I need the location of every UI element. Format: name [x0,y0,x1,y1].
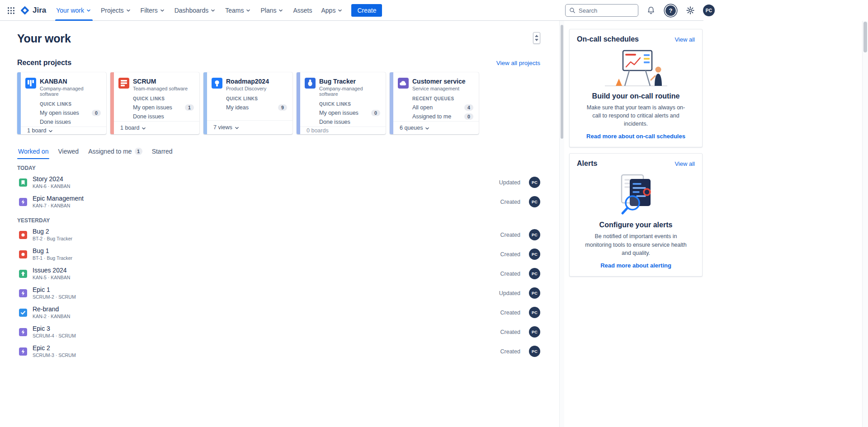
tab-starred[interactable]: Starred [151,148,174,159]
quick-link-done-issues[interactable]: Done issues [133,112,194,121]
recent-projects-header: Recent projects View all projects [17,59,540,67]
project-footer-button[interactable]: 1 board [21,127,106,134]
project-name-link[interactable]: Roadmap2024 [226,78,269,85]
work-item-title-link[interactable]: Story 2024 [33,176,499,183]
work-item-title-link[interactable]: Bug 2 [33,228,500,235]
quick-link-assigned-to-me[interactable]: Assigned to me0 [412,112,473,121]
nav-item-plans[interactable]: Plans [256,0,288,21]
profile-avatar[interactable]: PC [703,5,715,16]
nav-item-your-work[interactable]: Your work [52,0,96,21]
work-item-avatar[interactable]: PC [529,307,540,318]
alerts-view-all-link[interactable]: View all [675,160,695,167]
help-button[interactable]: ? [665,5,676,16]
alerts-read-more-link[interactable]: Read more about alerting [570,261,702,276]
project-footer-label: 1 board [27,127,46,134]
quick-link-my-open-issues[interactable]: My open issues0 [319,108,380,117]
create-button[interactable]: Create [351,4,382,17]
work-item-avatar[interactable]: PC [529,249,540,260]
bell-icon [646,6,656,15]
project-name-link[interactable]: SCRUM [133,78,188,85]
work-item-epic-1[interactable]: Epic 1 SCRUM-2 · SCRUM Updated PC [17,283,540,303]
page-scrollbar-thumb[interactable] [863,22,867,52]
main-scrollbar-thumb[interactable] [561,25,563,139]
work-item-title-link[interactable]: Epic 2 [33,345,500,352]
nav-item-dashboards[interactable]: Dashboards [170,0,221,21]
notifications-button[interactable] [645,5,657,16]
project-card-scrum[interactable]: SCRUM Team-managed software QUICK LINKS … [110,72,199,134]
work-item-title-link[interactable]: Epic 1 [33,286,499,293]
view-all-projects-link[interactable]: View all projects [496,60,540,66]
work-item-issues-2024[interactable]: Issues 2024 KAN-5 · KANBAN Created PC [17,264,540,283]
quick-link-my-open-issues[interactable]: My open issues0 [40,108,101,117]
work-item-re-brand[interactable]: Re-brand KAN-2 · KANBAN Created PC [17,303,540,322]
app-switcher-button[interactable] [4,3,18,18]
quick-link-label: All open [412,104,433,111]
scroll-spinner[interactable] [533,32,540,44]
settings-button[interactable] [684,5,696,16]
nav-utilities: ? PC [565,0,715,21]
tab-worked-on[interactable]: Worked on [17,148,49,159]
main-scrollbar[interactable] [559,21,564,427]
spinner-up-icon [535,35,538,37]
work-item-title-link[interactable]: Epic 3 [33,325,500,332]
oncall-read-more-link[interactable]: Read more about on-call schedules [570,132,702,147]
project-card-kanban[interactable]: KANBAN Company-managed software QUICK LI… [17,72,106,134]
work-item-avatar[interactable]: PC [529,326,540,338]
work-item-avatar[interactable]: PC [529,268,540,279]
spinner-down-icon [535,39,538,41]
search-box[interactable] [565,4,638,17]
project-name-link[interactable]: Customer service [412,78,466,85]
quick-link-all-open[interactable]: All open4 [412,103,473,112]
nav-item-projects[interactable]: Projects [96,0,136,21]
chevron-down-icon [85,7,92,14]
quick-link-done-issues[interactable]: Done issues [319,117,380,127]
project-card-customer-service[interactable]: Customer service Service management RECE… [390,72,479,134]
project-footer-button[interactable]: 0 boards [300,127,386,134]
quick-link-done-issues[interactable]: Done issues [40,117,101,127]
project-footer-label: 1 board [120,125,139,131]
quick-link-label: My open issues [40,110,79,116]
work-item-story-2024[interactable]: Story 2024 KAN-6 · KANBAN Updated PC [17,173,540,192]
nav-item-filters[interactable]: Filters [136,0,170,21]
project-footer-button[interactable]: 6 queues [393,121,479,134]
project-footer-button[interactable]: 7 views [207,120,292,134]
work-item-title-link[interactable]: Epic Management [33,195,500,202]
work-item-avatar[interactable]: PC [529,229,540,240]
work-item-title-link[interactable]: Re-brand [33,306,500,313]
quick-links-heading: QUICK LINKS [300,97,386,108]
project-card-roadmap2024[interactable]: Roadmap2024 Product Discovery QUICK LINK… [203,72,292,134]
work-item-avatar[interactable]: PC [529,177,540,188]
work-section-heading: YESTERDAY [17,217,540,224]
project-footer-button[interactable]: 1 board [114,121,199,134]
work-item-avatar[interactable]: PC [529,287,540,299]
browser-viewport: Jira Your work Projects Filters Dashboar… [0,0,703,427]
oncall-view-all-link[interactable]: View all [675,36,695,43]
project-name-link[interactable]: Bug Tracker [319,78,381,85]
work-item-epic-3[interactable]: Epic 3 SCRUM-4 · SCRUM Created PC [17,322,540,342]
tab-assigned-to-me[interactable]: Assigned to me 1 [87,148,143,159]
work-item-title-link[interactable]: Bug 1 [33,248,500,254]
jira-logo[interactable]: Jira [18,5,52,15]
tab-count-badge: 1 [135,148,142,155]
nav-item-apps[interactable]: Apps [316,0,348,21]
search-input[interactable] [579,7,634,14]
project-name-link[interactable]: KANBAN [40,78,102,85]
work-item-avatar[interactable]: PC [529,196,540,207]
work-item-epic-2[interactable]: Epic 2 SCRUM-3 · SCRUM Created PC [17,342,540,361]
page-scrollbar[interactable] [862,21,868,427]
tab-viewed[interactable]: Viewed [57,148,80,159]
story-icon [19,178,27,187]
work-item-epic-management[interactable]: Epic Management KAN-7 · KANBAN Created P… [17,192,540,211]
quick-link-my-open-issues[interactable]: My open issues1 [133,103,194,112]
nav-item-label: Apps [321,7,335,14]
nav-item-teams[interactable]: Teams [221,0,256,21]
project-card-bug-tracker[interactable]: Bug Tracker Company-managed software QUI… [297,72,386,134]
work-item-bug-2[interactable]: Bug 2 BT-2 · Bug Tracker Created PC [17,225,540,244]
project-type-label: Product Discovery [226,86,269,91]
work-item-bug-1[interactable]: Bug 1 BT-1 · Bug Tracker Created PC [17,244,540,264]
work-item-avatar[interactable]: PC [529,346,540,357]
work-item-title-link[interactable]: Issues 2024 [33,267,500,274]
quick-link-my-ideas[interactable]: My ideas9 [226,103,287,112]
work-item-breadcrumb: KAN-6 · KANBAN [33,183,499,189]
nav-item-assets[interactable]: Assets [288,0,316,21]
